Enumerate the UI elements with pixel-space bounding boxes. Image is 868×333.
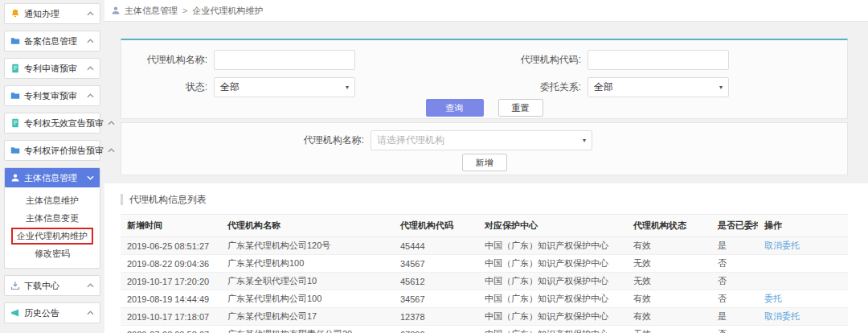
table-cell: 45612 [394, 273, 478, 290]
table-cell: 广东某代理机构有限责任公司20 [221, 326, 394, 333]
table-cell: 有效 [627, 290, 711, 308]
agency-list-section: 代理机构信息列表 新增时间代理机构名称代理机构代码对应保护中心代理机构状态是否已… [104, 183, 868, 333]
chevron-down-icon: ▾ [719, 84, 723, 91]
document-icon [10, 64, 20, 73]
sidebar-group: 通知办理 [4, 3, 100, 24]
agency-table: 新增时间代理机构名称代理机构代码对应保护中心代理机构状态是否已委托操作 2019… [121, 214, 848, 333]
table-cell: 无效 [627, 273, 711, 290]
chevron-up-icon [87, 39, 94, 43]
table-cell: 45444 [394, 237, 478, 255]
sidebar-item-专利复审预审[interactable]: 专利复审预审 [5, 86, 100, 105]
table-cell: 广东某代理机构公司120号 [221, 237, 394, 255]
sidebar-subitem-主体信息变更[interactable]: 主体信息变更 [11, 210, 93, 227]
table-cell: 有效 [627, 237, 711, 255]
table-cell: 2019-08-19 14:44:49 [121, 290, 221, 308]
sidebar-group: 下载中心 [4, 275, 100, 296]
table-cell: 2019-10-17 17:20:20 [121, 273, 221, 290]
search-field: 状态:全部▾ [121, 77, 355, 97]
text-input-0[interactable] [214, 50, 355, 70]
column-header: 代理机构名称 [221, 215, 394, 237]
sidebar-item-label: 专利权无效宣告预审 [24, 117, 104, 130]
breadcrumb-item-parent[interactable]: 主体信息管理 [125, 5, 178, 17]
search-buttons: 查询 重置 [121, 99, 847, 117]
table-row: 2020-07-08 09:58:07广东某代理机构有限责任公司2067890中… [121, 326, 848, 333]
reset-button[interactable]: 重置 [498, 99, 543, 117]
agency-select-placeholder: 请选择代理机构 [377, 134, 444, 147]
person-icon [10, 173, 20, 183]
table-cell: 2019-08-22 09:04:36 [121, 255, 221, 273]
app-root: 通知办理备案信息管理专利申请预审专利复审预审专利权无效宣告预审专利权评价报告预审… [0, 0, 868, 333]
table-cell: 中国（广东）知识产权保护中心 [478, 237, 627, 255]
sidebar-item-label: 主体信息管理 [24, 172, 77, 184]
table-cell: 34567 [394, 290, 478, 308]
sidebar-item-专利申请预审[interactable]: 专利申请预审 [5, 59, 100, 78]
table-row: 2019-08-19 14:44:49广东某代理机构公司10034567中国（广… [121, 290, 848, 308]
sidebar-submenu: 主体信息维护主体信息变更企业代理机构维护修改密码 [5, 187, 100, 268]
table-cell: 中国（广东）知识产权保护中心 [478, 290, 627, 308]
query-button[interactable]: 查询 [426, 99, 484, 117]
column-header: 代理机构状态 [627, 215, 711, 237]
operation-link[interactable]: 取消委托 [764, 311, 800, 321]
sidebar-item-主体信息管理[interactable]: 主体信息管理 [5, 168, 100, 187]
table-cell: 是 [711, 308, 758, 326]
search-field: 委托关系:全部▾ [495, 77, 729, 97]
sidebar-group: 专利权评价报告预审 [4, 140, 100, 161]
chevron-up-icon [87, 283, 94, 288]
document-icon [10, 118, 20, 128]
breadcrumb-item-current: 企业代理机构维护 [192, 5, 263, 17]
table-cell: 中国（广东）知识产权保护中心 [478, 326, 627, 333]
table-cell: 12378 [394, 308, 478, 326]
table-cell: 广东某全职代理公司10 [221, 273, 394, 290]
sidebar-item-备案信息管理[interactable]: 备案信息管理 [5, 31, 100, 51]
sidebar-group: 专利复审预审 [4, 85, 100, 106]
field-label: 代理机构代码: [495, 53, 588, 67]
sidebar-item-label: 专利权评价报告预审 [24, 145, 104, 157]
sidebar-item-下载中心[interactable]: 下载中心 [5, 276, 100, 295]
table-cell [758, 255, 848, 273]
table-cell: 否 [711, 273, 758, 290]
table-cell: 否 [711, 290, 758, 308]
sidebar-subitem-修改密码[interactable]: 修改密码 [11, 245, 93, 262]
column-header: 操作 [758, 215, 848, 237]
agency-select[interactable]: 请选择代理机构 ▾ [371, 130, 592, 150]
chevron-up-icon [87, 66, 94, 71]
sidebar-item-label: 专利申请预审 [24, 63, 77, 75]
table-cell [758, 326, 848, 333]
person-icon [111, 6, 121, 15]
select-3[interactable]: 全部▾ [588, 77, 729, 97]
text-input-1[interactable] [588, 50, 729, 70]
folder-icon [10, 91, 20, 101]
sidebar-subitem-主体信息维护[interactable]: 主体信息维护 [11, 192, 93, 209]
sidebar-item-专利权无效宣告预审[interactable]: 专利权无效宣告预审 [5, 113, 100, 133]
operation-link[interactable]: 委托 [764, 294, 782, 303]
sidebar-item-label: 下载中心 [24, 280, 59, 292]
sidebar-item-历史公告[interactable]: 历史公告 [5, 303, 100, 323]
table-cell: 2019-06-25 08:51:27 [121, 237, 221, 255]
select-2[interactable]: 全部▾ [214, 77, 355, 97]
sidebar-item-label: 专利复审预审 [24, 90, 77, 102]
table-cell [758, 273, 848, 290]
table-cell: 广东某代理机构公司100 [221, 290, 394, 308]
sidebar-item-专利权评价报告预审[interactable]: 专利权评价报告预审 [5, 141, 100, 160]
table-cell: 67890 [394, 326, 478, 333]
agency-select-label: 代理机构名称: [256, 134, 371, 147]
breadcrumb: 主体信息管理 > 企业代理机构维护 [104, 0, 868, 22]
bell-icon [10, 9, 20, 18]
table-cell: 中国（广东）知识产权保护中心 [478, 255, 627, 273]
add-button[interactable]: 新增 [462, 154, 507, 171]
column-header: 代理机构代码 [394, 215, 478, 237]
operation-link[interactable]: 取消委托 [764, 240, 800, 250]
table-cell: 取消委托 [758, 308, 848, 326]
table-cell: 2020-07-08 09:58:07 [121, 326, 221, 333]
chevron-up-icon [87, 310, 94, 315]
table-cell: 否 [711, 255, 758, 273]
table-row: 2019-08-22 09:04:36广东某代理机构10034567中国（广东）… [121, 255, 848, 273]
sidebar-item-通知办理[interactable]: 通知办理 [5, 4, 100, 23]
table-row: 2019-10-17 17:18:07广东某代理机构公司1712378中国（广东… [121, 308, 848, 326]
table-cell: 广东某代理机构100 [221, 255, 394, 273]
column-header: 是否已委托 [711, 215, 758, 237]
chevron-up-icon [87, 11, 94, 16]
select-value: 全部 [220, 80, 240, 94]
agency-select-row: 代理机构名称: 请选择代理机构 ▾ [256, 130, 592, 150]
sidebar-subitem-企业代理机构维护[interactable]: 企业代理机构维护 [11, 228, 93, 245]
